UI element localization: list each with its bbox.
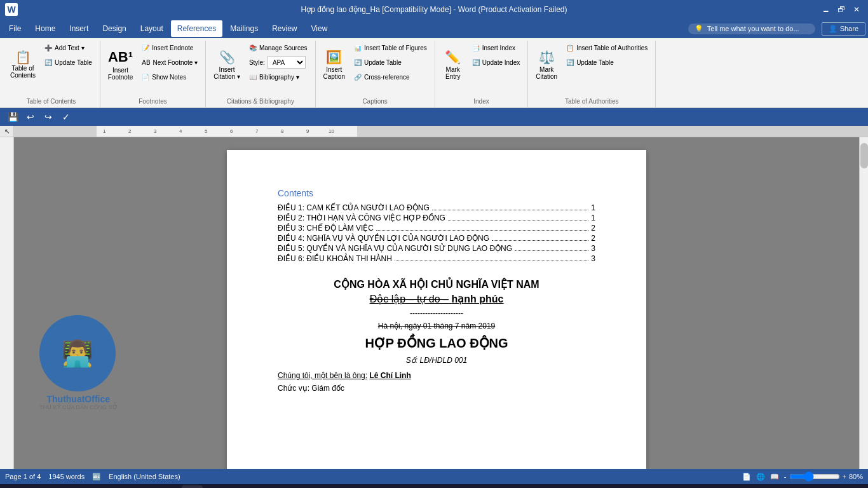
view-reading-btn[interactable]: 📖 [770,473,779,481]
update-table-toc-btn[interactable]: 🔄 Update Table [41,55,96,69]
search-btn[interactable]: 🔍 [29,485,53,488]
view-web-btn[interactable]: 🌐 [756,473,765,481]
lightbulb-icon: 💡 [695,25,703,33]
menu-home[interactable]: Home [29,20,62,37]
scrollbar-thumb[interactable] [860,143,868,168]
separator-line: --------------------- [278,309,595,318]
show-notes-label: Show Notes [152,74,186,81]
start-button[interactable] [3,485,28,488]
toc-item-2: ĐIỀU 2: THỜI HẠN VÀ CÔNG VIỆC HỢP ĐỒNG 1 [278,214,595,222]
toc-item-6-page: 3 [591,254,595,263]
contract-no-text: Số: LĐ/HDLD 001 [406,356,467,365]
para1-underline: Chúng tôi, một bên là ông: [278,371,367,380]
mark-citation-btn[interactable]: ⚖️ MarkCitation [532,41,561,89]
ruler-vertical [0,137,14,469]
index-group-label: Index [473,97,489,106]
zoom-out-btn[interactable]: - [784,473,787,480]
main-title: HỢP ĐỒNG LAO ĐỘNG [278,336,595,351]
word-count: 1945 words [48,473,85,480]
minimize-btn[interactable]: 🗕 [820,3,832,16]
manage-sources-btn[interactable]: 📚 Manage Sources [245,41,311,55]
scrollbar-vertical[interactable] [859,137,868,469]
menu-insert[interactable]: Insert [63,20,95,37]
citations-buttons: 📎 InsertCitation ▾ 📚 Manage Sources Styl… [210,41,311,97]
qa-save-btn[interactable]: 💾 [5,109,20,125]
manage-sources-icon: 📚 [249,44,257,51]
toc-dots-2 [448,214,588,220]
menu-view[interactable]: View [305,20,334,37]
zoom-percent: 80% [849,473,863,480]
qa-redo-btn[interactable]: ↪ [41,109,56,125]
cortana-btn[interactable]: 🎯 [131,485,155,488]
toc-dots-6 [395,254,589,261]
ribbon-group-toc: 📋 Table ofContents ➕ Add Text ▾ 🔄 Update… [3,41,100,107]
ribbon-group-captions: 🖼️ InsertCaption 📊 Insert Table of Figur… [316,41,435,107]
word-taskbar-btn[interactable]: W [182,485,203,488]
update-index-btn[interactable]: 🔄 Update Index [468,55,524,69]
insert-endnote-btn[interactable]: 📝 Insert Endnote [138,41,201,55]
edge-btn[interactable]: 🌐 [80,485,104,488]
insert-table-figures-btn[interactable]: 📊 Insert Table of Figures [350,41,431,55]
endnote-label: Insert Endnote [152,44,193,51]
task-view-btn[interactable]: 🗂️ [55,485,79,488]
menu-mailings[interactable]: Mailings [224,20,264,37]
share-button[interactable]: 👤 Share [822,22,865,36]
qa-undo-btn[interactable]: ↩ [23,109,38,125]
zoom-in-btn[interactable]: + [843,473,846,480]
tell-me-text: Tell me what you want to do... [707,25,799,32]
update-index-icon: 🔄 [472,59,480,66]
document-scroll-area[interactable]: 👨‍💻 ThuthuatOffice THỦ KỸ CỦA DÂN CÔNG S… [14,137,859,469]
toc-item-5-page: 3 [591,244,595,253]
mark-entry-btn[interactable]: ✏️ MarkEntry [439,41,467,89]
toc-item-3-page: 2 [591,224,595,233]
insert-footnote-btn[interactable]: AB¹ InsertFootnote [104,41,137,89]
update-table-toc-icon: 🔄 [44,59,52,66]
toc-dots-1 [432,203,588,210]
language-indicator[interactable]: English (United States) [109,473,180,480]
add-text-btn[interactable]: ➕ Add Text ▾ [41,41,96,55]
style-select[interactable]: APA MLA Chicago [268,56,306,69]
app-btn-6[interactable]: 📸 [204,485,228,488]
next-footnote-btn[interactable]: AB Next Footnote ▾ [138,55,201,69]
manage-sources-label: Manage Sources [259,44,308,51]
footnote-btn-label: InsertFootnote [108,67,133,81]
menu-review[interactable]: Review [266,20,303,37]
insert-index-btn[interactable]: 📑 Insert Index [468,41,524,55]
maximize-btn[interactable]: 🗗 [835,3,848,16]
cross-reference-btn[interactable]: 🔗 Cross-reference [350,70,431,84]
tell-me-bar[interactable]: 💡 Tell me what you want to do... [688,24,815,34]
menu-references[interactable]: References [171,20,222,37]
zoom-slider-input[interactable] [789,471,840,482]
spell-icon: 🔤 [92,473,101,481]
update-auth-table-btn[interactable]: 🔄 Update Table [562,55,651,69]
cross-ref-icon: 🔗 [354,74,362,81]
show-notes-btn[interactable]: 📄 Show Notes [138,70,201,84]
update-captions-table-btn[interactable]: 🔄 Update Table [350,55,431,69]
insert-table-auth-btn[interactable]: 📋 Insert Table of Authorities [562,41,651,55]
update-captions-icon: 🔄 [354,59,362,66]
toc-item-2-page: 1 [591,214,595,222]
menu-file[interactable]: File [3,20,27,37]
bibliography-btn[interactable]: 📖 Bibliography ▾ [245,70,311,84]
close-btn[interactable]: ✕ [850,3,863,16]
menu-design[interactable]: Design [96,20,132,37]
toc-dots-3 [376,224,588,231]
document-page[interactable]: Contents ĐIỀU 1: CAM KẾT CỦA NGƯỜI LAO Đ… [227,150,646,469]
status-bar: Page 1 of 4 1945 words 🔤 English (United… [0,469,868,484]
insert-caption-btn[interactable]: 🖼️ InsertCaption [320,41,349,89]
table-of-contents-btn[interactable]: 📋 Table ofContents [6,41,39,89]
motto-bold: hạnh phúc [451,294,503,304]
ribbon-group-citations: 📎 InsertCitation ▾ 📚 Manage Sources Styl… [206,41,315,107]
contract-no: Số: LĐ/HDLD 001 [278,356,595,365]
qa-check-btn[interactable]: ✓ [58,109,74,125]
menu-bar: File Home Insert Design Layout Reference… [0,19,868,38]
window-controls: 🗕 🗗 ✕ [820,3,863,16]
view-print-btn[interactable]: 📄 [742,473,751,481]
zalo-btn[interactable]: 💬 [156,485,180,488]
title-bar-left: W [5,3,18,16]
insert-citation-btn[interactable]: 📎 InsertCitation ▾ [210,41,244,89]
explorer-btn[interactable]: 📁 [105,485,130,488]
share-icon: 👤 [829,25,837,33]
menu-layout[interactable]: Layout [134,20,170,37]
ruler-corner[interactable]: ↖ [0,126,14,137]
